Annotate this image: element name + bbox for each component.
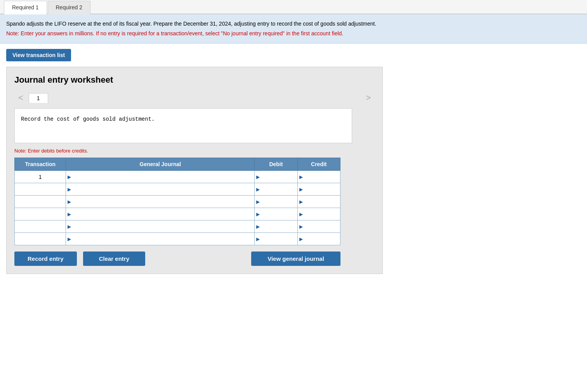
general-journal-cell[interactable]: ▶ bbox=[66, 220, 255, 233]
current-tab-number: 1 bbox=[29, 93, 48, 103]
debit-cell[interactable]: ▶ bbox=[255, 183, 297, 196]
debit-input[interactable] bbox=[257, 199, 295, 205]
arrow-icon: ▶ bbox=[299, 212, 303, 217]
credit-input[interactable] bbox=[300, 212, 338, 217]
credit-cell[interactable]: ▶ bbox=[297, 220, 340, 233]
general-journal-cell[interactable]: ▶ bbox=[66, 183, 255, 196]
arrow-icon: ▶ bbox=[68, 236, 71, 242]
table-row: ▶▶▶ bbox=[15, 233, 340, 245]
credit-input[interactable] bbox=[300, 199, 338, 205]
debit-input[interactable] bbox=[257, 224, 295, 230]
transaction-cell bbox=[15, 196, 66, 208]
page-container: Required 1 Required 2 Spando adjusts the… bbox=[0, 0, 587, 274]
general-journal-input[interactable] bbox=[68, 187, 252, 193]
transaction-cell bbox=[15, 208, 66, 220]
credit-cell[interactable]: ▶ bbox=[297, 183, 340, 196]
table-row: ▶▶▶ bbox=[15, 183, 340, 196]
transaction-cell bbox=[15, 183, 66, 196]
table-row: ▶▶▶ bbox=[15, 208, 340, 220]
instruction-note-text: Note: Enter your answers in millions. If… bbox=[6, 29, 581, 38]
view-transaction-list-button[interactable]: View transaction list bbox=[6, 49, 71, 61]
tabs-bar: Required 1 Required 2 bbox=[0, 0, 587, 14]
arrow-icon: ▶ bbox=[256, 236, 260, 242]
transaction-cell bbox=[15, 220, 66, 233]
arrow-icon: ▶ bbox=[256, 224, 260, 229]
record-entry-button[interactable]: Record entry bbox=[14, 252, 77, 266]
button-spacer bbox=[151, 252, 245, 266]
debit-cell[interactable]: ▶ bbox=[255, 171, 297, 183]
debit-input[interactable] bbox=[257, 187, 295, 193]
arrow-icon: ▶ bbox=[299, 174, 303, 180]
journal-entry-worksheet: Journal entry worksheet < 1 > Record the… bbox=[6, 67, 383, 274]
col-header-debit: Debit bbox=[255, 158, 297, 171]
debit-input[interactable] bbox=[257, 174, 295, 180]
general-journal-cell[interactable]: ▶ bbox=[66, 208, 255, 220]
arrow-icon: ▶ bbox=[256, 174, 260, 180]
arrow-icon: ▶ bbox=[256, 199, 260, 205]
general-journal-input[interactable] bbox=[68, 212, 252, 217]
col-header-credit: Credit bbox=[297, 158, 340, 171]
arrow-icon: ▶ bbox=[68, 199, 71, 205]
general-journal-cell[interactable]: ▶ bbox=[66, 233, 255, 245]
table-row: 1▶▶▶ bbox=[15, 171, 340, 183]
next-entry-button[interactable]: > bbox=[362, 91, 375, 104]
arrow-icon: ▶ bbox=[299, 187, 303, 192]
journal-table: Transaction General Journal Debit Credit… bbox=[14, 158, 340, 245]
debit-cell[interactable]: ▶ bbox=[255, 196, 297, 208]
debit-input[interactable] bbox=[257, 236, 295, 242]
debit-cell[interactable]: ▶ bbox=[255, 233, 297, 245]
general-journal-cell[interactable]: ▶ bbox=[66, 171, 255, 183]
credit-input[interactable] bbox=[300, 224, 338, 230]
table-row: ▶▶▶ bbox=[15, 220, 340, 233]
arrow-icon: ▶ bbox=[68, 174, 71, 180]
instruction-box: Spando adjusts the LIFO reserve at the e… bbox=[0, 14, 587, 43]
arrow-icon: ▶ bbox=[256, 187, 260, 192]
debit-input[interactable] bbox=[257, 212, 295, 217]
debit-cell[interactable]: ▶ bbox=[255, 220, 297, 233]
transaction-cell: 1 bbox=[15, 171, 66, 183]
arrow-icon: ▶ bbox=[68, 224, 71, 229]
general-journal-input[interactable] bbox=[68, 174, 252, 180]
arrow-icon: ▶ bbox=[68, 187, 71, 192]
arrow-icon: ▶ bbox=[299, 199, 303, 205]
table-row: ▶▶▶ bbox=[15, 196, 340, 208]
credit-cell[interactable]: ▶ bbox=[297, 208, 340, 220]
credit-cell[interactable]: ▶ bbox=[297, 233, 340, 245]
credit-cell[interactable]: ▶ bbox=[297, 171, 340, 183]
arrow-icon: ▶ bbox=[299, 224, 303, 229]
clear-entry-button[interactable]: Clear entry bbox=[83, 252, 146, 266]
prev-entry-button[interactable]: < bbox=[14, 91, 27, 104]
col-header-general-journal: General Journal bbox=[66, 158, 255, 171]
credit-input[interactable] bbox=[300, 236, 338, 242]
general-journal-cell[interactable]: ▶ bbox=[66, 196, 255, 208]
arrow-icon: ▶ bbox=[256, 212, 260, 217]
worksheet-title: Journal entry worksheet bbox=[14, 75, 375, 85]
transaction-cell bbox=[15, 233, 66, 245]
tab-required-2[interactable]: Required 2 bbox=[48, 1, 91, 14]
general-journal-input[interactable] bbox=[68, 199, 252, 205]
col-header-transaction: Transaction bbox=[15, 158, 66, 171]
arrow-icon: ▶ bbox=[68, 212, 71, 217]
instruction-main-text: Spando adjusts the LIFO reserve at the e… bbox=[6, 20, 581, 28]
credit-input[interactable] bbox=[300, 174, 338, 180]
transaction-description: Record the cost of goods sold adjustment… bbox=[14, 108, 352, 143]
credit-input[interactable] bbox=[300, 187, 338, 193]
bottom-buttons-row: Record entry Clear entry View general jo… bbox=[14, 252, 340, 266]
general-journal-input[interactable] bbox=[68, 224, 252, 230]
nav-row: < 1 > bbox=[14, 91, 375, 104]
general-journal-input[interactable] bbox=[68, 236, 252, 242]
arrow-icon: ▶ bbox=[299, 236, 303, 242]
debit-cell[interactable]: ▶ bbox=[255, 208, 297, 220]
note-debits-text: Note: Enter debits before credits. bbox=[14, 148, 375, 154]
view-general-journal-button[interactable]: View general journal bbox=[251, 252, 340, 266]
tab-required-1[interactable]: Required 1 bbox=[4, 1, 47, 14]
credit-cell[interactable]: ▶ bbox=[297, 196, 340, 208]
